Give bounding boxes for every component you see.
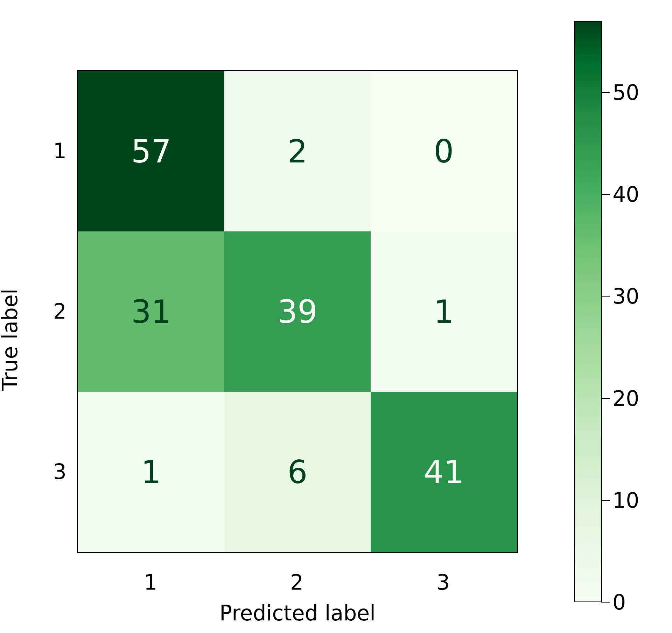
colorbar-tick-label: 0 [612,590,651,614]
confusion-matrix-chart: True label Predicted label 1 2 3 1 2 3 5… [0,0,672,633]
y-tick-3: 3 [42,459,66,484]
colorbar-tick-label: 10 [612,488,651,513]
colorbar-tick [601,296,610,297]
heatmap-cell: 39 [224,231,371,392]
colorbar-tick [601,398,610,399]
heatmap-cell: 1 [371,231,517,392]
heatmap-cell: 57 [78,71,224,231]
y-axis-label: True label [1,270,18,410]
x-axis-label: Predicted label [77,601,518,625]
colorbar-tick [601,194,610,195]
colorbar-tick-label: 40 [612,182,651,207]
heatmap-grid: 5720313911641 [77,70,518,553]
x-tick-1: 1 [122,570,178,594]
colorbar-tick-label: 30 [612,284,651,308]
y-tick-2: 2 [42,299,66,324]
heatmap-cell: 0 [371,71,517,231]
heatmap-cell: 2 [224,71,371,231]
heatmap-cell: 1 [78,392,224,552]
colorbar-tick-label: 20 [612,386,651,411]
colorbar-tick [601,500,610,501]
colorbar-tick-label: 50 [612,80,651,105]
x-tick-3: 3 [415,570,471,594]
x-tick-2: 2 [269,570,325,594]
y-tick-1: 1 [42,139,66,163]
heatmap-cell: 6 [224,392,371,552]
colorbar-gradient [574,21,602,602]
colorbar-tick [601,602,610,603]
heatmap-cell: 41 [371,392,517,552]
colorbar-tick [601,92,610,93]
colorbar: 01020304050 [574,21,609,602]
heatmap-cell: 31 [78,231,224,392]
